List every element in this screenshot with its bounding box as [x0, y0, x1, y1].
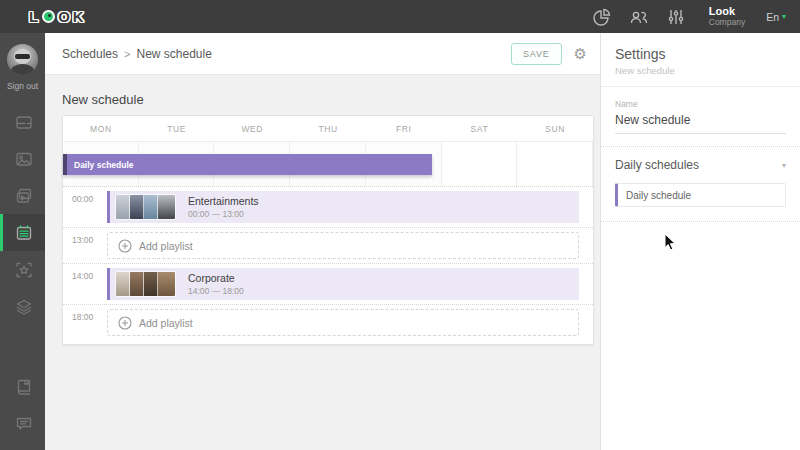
settings-subtitle: New schedule [615, 65, 786, 76]
time-label: 18:00 [63, 309, 107, 336]
settings-panel: Settings New schedule Name Daily schedul… [600, 33, 800, 450]
settings-title: Settings [615, 46, 786, 62]
page-title: New schedule [62, 92, 600, 107]
screens-icon [14, 112, 34, 132]
playlist-thumbnails [116, 195, 172, 219]
language-selector[interactable]: En ▾ [766, 11, 786, 23]
day-label: SAT [442, 116, 518, 141]
top-bar: LOK Look Company En ▾ [0, 0, 800, 33]
plus-circle-icon [118, 239, 132, 253]
timeline-row: 18:00Add playlist [63, 305, 593, 340]
playlist-thumbnail-image [158, 272, 175, 296]
daily-schedule-item[interactable]: Daily schedule [615, 183, 786, 207]
breadcrumb-separator: > [124, 48, 130, 60]
add-playlist-button[interactable]: Add playlist [107, 232, 579, 259]
playlist-name: Corporate [188, 272, 244, 285]
save-button[interactable]: SAVE [511, 43, 562, 65]
sidebar-item-layers[interactable] [0, 288, 45, 325]
account-switcher[interactable]: Look Company [709, 5, 745, 27]
plus-circle-icon [118, 316, 132, 330]
logo-letter: L [28, 8, 40, 25]
day-label: THU [290, 116, 366, 141]
playlist-card[interactable]: Corporate14:00 — 18:00 [107, 268, 579, 300]
timeline-row: 14:00Corporate14:00 — 18:00 [63, 264, 593, 305]
sidebar-item-apps[interactable] [0, 251, 45, 288]
playlist-name: Entertainments [188, 195, 259, 208]
daily-schedules-section: Daily schedules ▾ Daily schedule [601, 147, 800, 222]
logo-letter: K [72, 8, 86, 25]
main-area: Schedules > New schedule SAVE ⚙ New sche… [45, 33, 600, 450]
sidebar-item-feedback[interactable] [0, 405, 45, 442]
playlist-meta: Entertainments00:00 — 13:00 [188, 195, 259, 219]
avatar[interactable] [7, 44, 38, 75]
timeline-row: 13:00Add playlist [63, 228, 593, 264]
playlist-time-range: 00:00 — 13:00 [188, 209, 259, 219]
grid-cell-sat[interactable] [442, 142, 518, 186]
grid-cell-sun[interactable] [517, 142, 593, 186]
video-playlist-icon [14, 186, 34, 206]
pie-chart-icon[interactable] [592, 7, 612, 27]
users-icon[interactable] [629, 7, 649, 27]
day-label: WED [214, 116, 290, 141]
breadcrumb-bar: Schedules > New schedule SAVE ⚙ [45, 33, 600, 75]
day-label: TUE [139, 116, 215, 141]
week-day-header: MONTUEWEDTHUFRISATSUN [63, 116, 593, 142]
week-bar-label: Daily schedule [67, 160, 134, 170]
timeline-row-body: Corporate14:00 — 18:00 [107, 268, 579, 300]
breadcrumb-schedules-link[interactable]: Schedules [62, 47, 118, 61]
settings-header: Settings New schedule [601, 33, 800, 87]
timeline-row-body: Entertainments00:00 — 13:00 [107, 191, 579, 223]
sidebar-item-media[interactable] [0, 140, 45, 177]
logo-letter: O [57, 8, 72, 25]
playlist-card[interactable]: Entertainments00:00 — 13:00 [107, 191, 579, 223]
day-label: MON [63, 116, 139, 141]
name-section: Name [601, 87, 800, 147]
day-label: SUN [517, 116, 593, 141]
collapse-caret-icon: ▾ [782, 161, 786, 170]
book-icon [14, 377, 34, 397]
time-label: 14:00 [63, 268, 107, 300]
time-label: 00:00 [63, 191, 107, 223]
logo-green-o [42, 10, 55, 23]
sidebar-item-schedules[interactable] [0, 214, 45, 251]
playlist-thumbnails [116, 272, 172, 296]
add-playlist-button[interactable]: Add playlist [107, 309, 579, 336]
schedule-card: MONTUEWEDTHUFRISATSUN Daily schedule 00:… [62, 115, 594, 345]
sidebar-item-docs[interactable] [0, 368, 45, 405]
daily-schedule-week-bar[interactable]: Daily schedule [63, 154, 432, 175]
calendar-icon [14, 223, 34, 243]
playlist-time-range: 14:00 — 18:00 [188, 286, 244, 296]
chat-icon [14, 414, 34, 434]
playlist-meta: Corporate14:00 — 18:00 [188, 272, 244, 296]
look-logo[interactable]: LOK [28, 8, 86, 25]
chevron-down-icon: ▾ [782, 13, 786, 21]
layers-icon [14, 297, 34, 317]
language-label: En [766, 11, 779, 23]
timeline: 00:00Entertainments00:00 — 13:0013:00Add… [63, 187, 593, 344]
breadcrumb-current: New schedule [136, 47, 211, 61]
gear-icon[interactable]: ⚙ [574, 46, 587, 61]
daily-schedules-label: Daily schedules [615, 158, 699, 172]
add-playlist-label: Add playlist [139, 240, 193, 252]
time-label: 13:00 [63, 232, 107, 259]
schedule-name-input[interactable] [615, 109, 786, 134]
week-grid-row: Daily schedule [63, 142, 593, 187]
add-playlist-label: Add playlist [139, 317, 193, 329]
star-frame-icon [14, 260, 34, 280]
playlist-thumbnail-image [158, 195, 175, 219]
images-icon [14, 149, 34, 169]
timeline-row: 00:00Entertainments00:00 — 13:00 [63, 187, 593, 228]
account-type: Company [709, 18, 745, 28]
sidebar-item-screens[interactable] [0, 103, 45, 140]
sidebar-item-playlists[interactable] [0, 177, 45, 214]
timeline-row-body: Add playlist [107, 309, 579, 336]
sign-out-button[interactable]: Sign out [7, 81, 38, 91]
day-label: FRI [366, 116, 442, 141]
daily-schedules-toggle[interactable]: Daily schedules ▾ [615, 158, 786, 172]
sidebar: Sign out [0, 33, 45, 450]
timeline-row-body: Add playlist [107, 232, 579, 259]
name-field-label: Name [615, 99, 786, 109]
breadcrumb: Schedules > New schedule [62, 47, 212, 61]
sliders-icon[interactable] [666, 7, 686, 27]
